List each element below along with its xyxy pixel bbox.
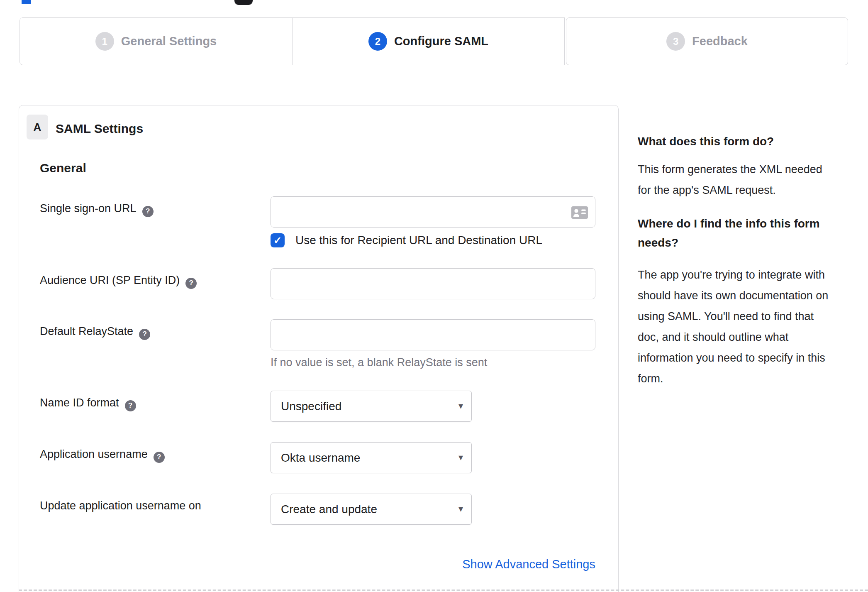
help-icon[interactable]: ? <box>142 206 154 217</box>
wizard-stepper: 1 General Settings 2 Configure SAML 3 Fe… <box>20 17 848 65</box>
chevron-down-icon: ▾ <box>458 401 463 411</box>
advanced-link-wrap: Show Advanced Settings <box>271 558 595 571</box>
show-advanced-settings-link[interactable]: Show Advanced Settings <box>462 558 595 571</box>
help-heading-what: What does this form do? <box>638 132 774 151</box>
default-relaystate-input[interactable] <box>271 320 595 350</box>
name-id-format-select[interactable]: Unspecified ▾ <box>271 391 472 422</box>
help-body-what: This form generates the XML needed for t… <box>638 159 822 201</box>
bottom-dashed-divider <box>19 590 868 591</box>
step-general-settings[interactable]: 1 General Settings <box>20 17 293 65</box>
update-app-username-label: Update application username on <box>40 499 201 512</box>
audience-uri-label: Audience URI (SP Entity ID)? <box>40 274 197 289</box>
recipient-url-check-label: Use this for Recipient URL and Destinati… <box>295 234 542 247</box>
step-1-label: General Settings <box>121 34 217 48</box>
step-2-number-badge: 2 <box>368 32 387 51</box>
section-a-badge: A <box>27 115 48 139</box>
relaystate-hint: If no value is set, a blank RelayState i… <box>271 356 595 369</box>
step-configure-saml[interactable]: 2 Configure SAML <box>292 17 565 65</box>
audience-uri-input[interactable] <box>271 269 595 299</box>
application-username-label: Application username? <box>40 448 165 463</box>
saml-wizard-screen: 1 General Settings 2 Configure SAML 3 Fe… <box>0 0 868 592</box>
default-relaystate-input-box <box>271 319 595 350</box>
update-app-username-select[interactable]: Create and update ▾ <box>271 494 472 525</box>
saml-settings-panel: A SAML Settings General Single sign-on U… <box>19 105 619 592</box>
update-app-username-value: Create and update <box>281 503 377 516</box>
single-sign-on-url-label: Single sign-on URL? <box>40 202 154 217</box>
section-title: SAML Settings <box>56 122 143 136</box>
clipped-top-dark-shape <box>234 0 253 5</box>
step-3-number-badge: 3 <box>666 32 685 51</box>
clipped-top-blue-shape <box>22 0 31 4</box>
single-sign-on-url-input[interactable] <box>271 197 595 227</box>
recipient-url-check-row: ✓ Use this for Recipient URL and Destina… <box>271 233 595 247</box>
name-id-format-value: Unspecified <box>281 400 341 413</box>
help-icon[interactable]: ? <box>125 400 136 411</box>
audience-uri-input-box <box>271 268 595 299</box>
step-1-number-badge: 1 <box>95 32 114 51</box>
contact-card-icon <box>571 206 588 219</box>
use-for-recipient-destination-checkbox[interactable]: ✓ <box>271 233 285 247</box>
help-heading-where: Where do I find the info this form needs… <box>638 214 820 252</box>
single-sign-on-url-input-box <box>271 196 595 228</box>
chevron-down-icon: ▾ <box>458 452 463 463</box>
step-3-label: Feedback <box>692 34 748 48</box>
help-icon[interactable]: ? <box>154 452 165 463</box>
application-username-value: Okta username <box>281 451 360 465</box>
application-username-select[interactable]: Okta username ▾ <box>271 442 472 473</box>
help-icon[interactable]: ? <box>139 329 150 340</box>
help-body-where: The app you're trying to integrate with … <box>638 264 828 389</box>
check-icon: ✓ <box>273 235 282 245</box>
chevron-down-icon: ▾ <box>458 504 463 514</box>
step-2-label: Configure SAML <box>394 34 488 48</box>
name-id-format-label: Name ID format? <box>40 396 136 411</box>
step-feedback[interactable]: 3 Feedback <box>566 17 848 65</box>
default-relaystate-label: Default RelayState? <box>40 325 150 340</box>
group-title-general: General <box>40 161 86 175</box>
help-icon[interactable]: ? <box>185 278 197 289</box>
